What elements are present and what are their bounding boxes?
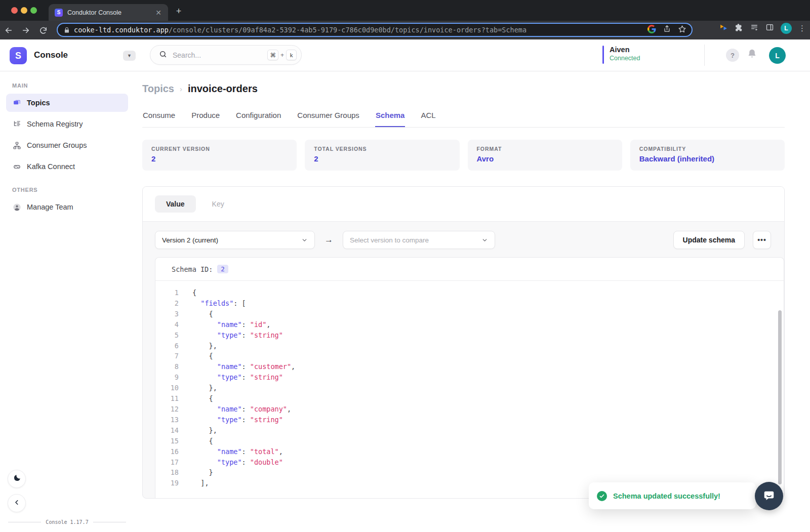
tab-schema[interactable]: Schema (375, 107, 406, 127)
stat-card-format: FORMATAvro (468, 140, 622, 171)
code-text: }, (192, 425, 217, 436)
sidebar-item-label: Schema Registry (27, 120, 83, 128)
line-number: 1 (155, 288, 179, 298)
line-number: 17 (155, 457, 179, 468)
code-scrollbar[interactable] (778, 310, 782, 484)
code-text: "type": "string" (192, 415, 283, 425)
sidebar-item-topics[interactable]: Topics (6, 94, 128, 112)
tab-produce[interactable]: Produce (191, 107, 220, 127)
browser-menu-icon[interactable]: ⋮ (798, 24, 806, 33)
notifications-bell-icon[interactable] (747, 49, 757, 61)
compare-version-select[interactable]: Select version to compare (343, 231, 495, 249)
schema-id-row: Schema ID: 2 (155, 258, 784, 281)
dark-mode-toggle[interactable] (8, 470, 26, 488)
breadcrumb-chevron-icon: › (180, 85, 182, 93)
check-circle-icon (597, 491, 607, 501)
breadcrumb-topics-link[interactable]: Topics (142, 83, 174, 95)
shortcut-cmd-key: ⌘ (267, 50, 278, 60)
code-line: 14 }, (155, 425, 784, 436)
browser-profile-avatar[interactable]: L (781, 23, 792, 34)
bookmark-star-icon[interactable] (678, 25, 686, 35)
conduktor-favicon-icon: S (55, 9, 63, 17)
macos-fullscreen-button[interactable] (30, 7, 37, 14)
stat-cards: CURRENT VERSION2TOTAL VERSIONS2FORMATAvr… (142, 140, 785, 171)
toggle-key[interactable]: Key (201, 195, 235, 213)
code-text: { (192, 288, 196, 298)
tab-acl[interactable]: ACL (420, 107, 436, 127)
reload-icon[interactable] (34, 25, 52, 34)
new-tab-button[interactable]: + (173, 7, 184, 16)
macos-close-button[interactable] (11, 7, 18, 14)
line-number: 10 (155, 383, 179, 393)
manage-team-icon (12, 203, 21, 212)
macos-minimize-button[interactable] (21, 7, 27, 14)
stat-label: FORMAT (477, 146, 613, 152)
browser-tab-title: Conduktor Console (67, 9, 154, 16)
back-icon[interactable] (0, 25, 17, 35)
tab-consumer-groups[interactable]: Consumer Groups (297, 107, 360, 127)
global-search-input[interactable]: Search... ⌘ + k (150, 45, 302, 65)
code-text: "name": "id", (192, 319, 270, 330)
line-number: 5 (155, 330, 179, 341)
more-actions-button[interactable]: ••• (753, 231, 771, 249)
schema-code-lines: 1{2 "fields": [3 {4 "name": "id",5 "type… (155, 288, 784, 488)
sidebar-section-label: OTHERS (12, 187, 134, 193)
lock-icon[interactable] (64, 27, 70, 33)
tab-close-icon[interactable]: ✕ (154, 9, 163, 17)
stat-card-current-version: CURRENT VERSION2 (142, 140, 297, 171)
schema-code-editor[interactable]: 1{2 "fields": [3 {4 "name": "id",5 "type… (155, 281, 784, 498)
schema-id-label: Schema ID: (172, 265, 213, 273)
sidebar-item-label: Consumer Groups (27, 141, 87, 149)
update-schema-button[interactable]: Update schema (673, 231, 745, 249)
code-line: 8 "name": "customer", (155, 361, 784, 372)
user-avatar[interactable]: L (769, 47, 786, 64)
tab-consume[interactable]: Consume (142, 107, 176, 127)
stat-label: COMPATIBILITY (639, 146, 776, 152)
workspace-switcher-button[interactable]: ▼ (123, 51, 136, 61)
extensions-puzzle-icon[interactable] (735, 23, 743, 34)
code-line: 2 "fields": [ (155, 298, 784, 309)
line-number: 4 (155, 319, 179, 330)
page-title: invoice-orders (188, 83, 258, 95)
browser-tab-bar: S Conduktor Console ✕ + (0, 0, 810, 21)
shortcut-plus: + (280, 52, 284, 59)
sidebar-item-kafka-connect[interactable]: Kafka Connect (6, 157, 128, 176)
console-version-label: Console 1.17.7 (8, 519, 126, 525)
schema-registry-icon (12, 120, 21, 129)
sidebar-item-manage-team[interactable]: Manage Team (6, 198, 128, 216)
url-bar[interactable]: cooke-ltd.conduktor.app/console/clusters… (57, 23, 693, 37)
side-panel-icon[interactable] (765, 23, 774, 33)
browser-tab[interactable]: S Conduktor Console ✕ (49, 4, 168, 21)
chat-widget-button[interactable] (755, 482, 783, 510)
extension-shortcut-icon[interactable] (719, 23, 728, 34)
toggle-value[interactable]: Value (155, 195, 196, 213)
code-text: { (192, 351, 213, 361)
version-select[interactable]: Version 2 (current) (155, 231, 315, 249)
chat-bubble-icon (762, 489, 776, 504)
stat-value: 2 (314, 154, 450, 163)
chevron-down-icon (301, 237, 308, 243)
line-number: 11 (155, 393, 179, 404)
sidebar-item-schema-registry[interactable]: Schema Registry (6, 115, 128, 133)
playlist-icon[interactable] (750, 23, 759, 33)
line-number: 16 (155, 446, 179, 457)
code-line: 9 "type": "string" (155, 372, 784, 383)
forward-icon[interactable] (17, 25, 34, 35)
cluster-selector[interactable]: Aiven Connected (602, 46, 640, 64)
sidebar-item-consumer-groups[interactable]: Consumer Groups (6, 136, 128, 154)
topic-tabs: ConsumeProduceConfigurationConsumer Grou… (142, 107, 785, 128)
main-content: Topics › invoice-orders ConsumeProduceCo… (134, 71, 810, 532)
google-account-icon[interactable] (647, 25, 656, 35)
tab-configuration[interactable]: Configuration (235, 107, 281, 127)
help-button[interactable]: ? (726, 49, 739, 62)
schema-panel: ValueKey Version 2 (current) → Select ve… (142, 186, 785, 499)
code-text: }, (192, 383, 217, 393)
line-number: 12 (155, 404, 179, 415)
code-text: "name": "total", (192, 446, 283, 457)
code-text: }, (192, 341, 217, 351)
share-icon[interactable] (663, 25, 671, 35)
code-text: { (192, 393, 213, 404)
collapse-sidebar-button[interactable] (8, 494, 26, 512)
sidebar-item-label: Topics (27, 99, 50, 107)
code-line: 12 "name": "company", (155, 404, 784, 415)
